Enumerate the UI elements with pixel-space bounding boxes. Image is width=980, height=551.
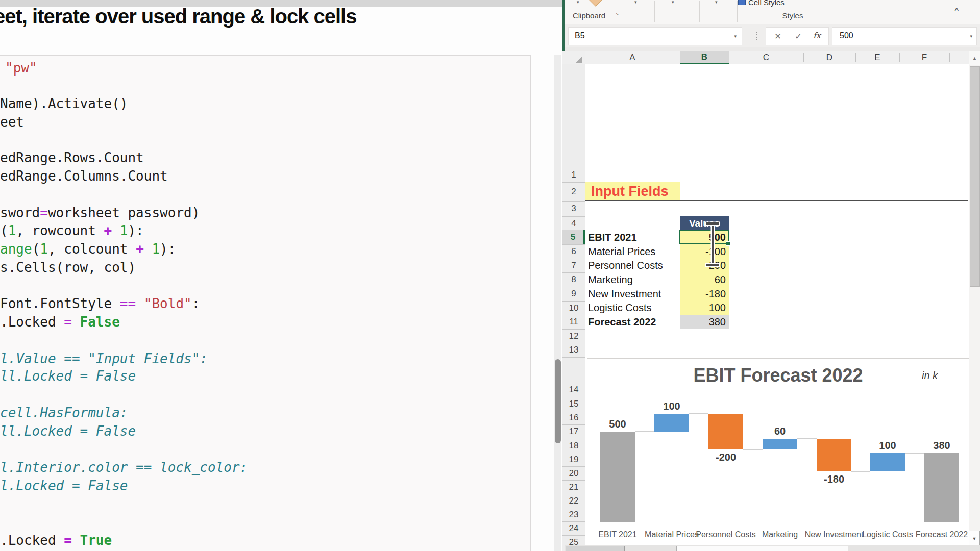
code-line: l.Value == "Input Fields": [0, 350, 208, 367]
code-line: eet [0, 113, 24, 131]
value-cell[interactable]: 100 [680, 301, 729, 315]
value-cell[interactable]: 380 [680, 315, 729, 329]
row-header-13[interactable]: 13 [562, 343, 585, 357]
column-header-C[interactable]: C [729, 51, 803, 64]
select-all-corner[interactable] [562, 51, 585, 65]
code-line: l.Locked = False [0, 477, 128, 494]
row-header-11[interactable]: 11 [562, 315, 585, 329]
cell-a2-input-fields[interactable]: Input Fields [585, 182, 680, 201]
label-cell[interactable]: EBIT 2021 [585, 230, 683, 244]
column-header-A[interactable]: A [585, 51, 680, 64]
cell-b4-values-header[interactable]: Values [680, 216, 729, 230]
chevron-down-icon[interactable]: ▾ [715, 0, 718, 5]
insert-function-button[interactable]: fx [813, 31, 821, 40]
name-box-dropdown-icon[interactable]: ▾ [734, 34, 737, 39]
ebit-chart[interactable]: EBIT Forecast 2022 in k 500EBIT 2021100M… [587, 358, 969, 548]
screen: eet, iterate over used range & lock cell… [0, 0, 980, 551]
waterfall-bar[interactable] [870, 453, 905, 471]
formula-bar-separator [565, 47, 980, 51]
waterfall-bar[interactable] [654, 414, 689, 432]
formula-bar-grip[interactable] [756, 32, 757, 40]
cell-styles-button[interactable]: Cell Styles [737, 0, 793, 7]
column-header-D[interactable]: D [803, 51, 855, 64]
input-fields-title: Input Fields [585, 182, 680, 201]
name-box[interactable]: B5 ▾ [568, 27, 742, 45]
ribbon-divider [914, 1, 914, 22]
row-header-17[interactable]: 17 [562, 424, 585, 439]
column-separator [729, 53, 729, 62]
row-header-22[interactable]: 22 [562, 494, 585, 508]
label-cell[interactable]: Marketing [585, 272, 683, 287]
code-scrollbar-track[interactable] [554, 55, 561, 551]
text-cursor-icon [705, 222, 720, 266]
waterfall-bar[interactable] [763, 439, 797, 449]
ribbon-divider [621, 1, 621, 22]
row-header-3[interactable]: 3 [562, 201, 585, 216]
bar-value-label: 60 [757, 425, 803, 437]
row-header-7[interactable]: 7 [562, 259, 585, 272]
row-header-16[interactable]: 16 [562, 411, 585, 424]
vertical-scrollbar-thumb[interactable] [970, 66, 980, 287]
sheet-tab[interactable] [566, 546, 625, 551]
code-scrollbar-thumb[interactable] [555, 359, 561, 443]
formula-bar-expand-icon[interactable]: ▾ [970, 34, 972, 39]
waterfall-connector [851, 471, 870, 472]
chevron-down-icon[interactable]: ▾ [577, 0, 579, 5]
column-header-F[interactable]: F [899, 51, 949, 64]
fill-handle[interactable] [726, 241, 730, 246]
code-line: edRange.Columns.Count [0, 167, 168, 185]
row-header-21[interactable]: 21 [562, 480, 585, 494]
row-header-19[interactable]: 19 [562, 453, 585, 466]
waterfall-bar[interactable] [924, 453, 959, 522]
row-header-5[interactable]: 5 [562, 230, 585, 244]
row-header-23[interactable]: 23 [562, 508, 585, 521]
row-header-6[interactable]: 6 [562, 244, 585, 259]
row-header-2[interactable]: 2 [562, 182, 585, 201]
column-header-B[interactable]: B [680, 51, 729, 64]
label-cell[interactable]: Material Prices [585, 244, 683, 259]
label-cell[interactable]: Forecast 2022 [585, 315, 683, 329]
chevron-down-icon[interactable]: ▾ [634, 0, 637, 5]
row-header-9[interactable]: 9 [562, 287, 585, 301]
row-header-10[interactable]: 10 [562, 301, 585, 315]
waterfall-bar[interactable] [817, 439, 851, 471]
waterfall-connector [905, 453, 924, 454]
chevron-down-icon[interactable]: ▾ [672, 0, 674, 5]
waterfall-bar[interactable] [708, 414, 743, 450]
scroll-up-button[interactable]: ▲ [969, 51, 980, 65]
code-line: (1, rowcount + 1): [0, 222, 144, 239]
label-cell[interactable]: Personnel Costs [585, 259, 683, 272]
label-cell[interactable]: Logistic Costs [585, 301, 683, 315]
formula-input[interactable]: 500 ▾ [832, 27, 977, 45]
code-line: Font.FontStyle == "Bold": [0, 295, 200, 312]
horizontal-scrollbar-thumb[interactable] [676, 546, 848, 551]
row-header-20[interactable]: 20 [562, 466, 585, 480]
value-cell[interactable]: -100 [680, 244, 729, 259]
row-header-12[interactable]: 12 [562, 329, 585, 343]
row-header-14[interactable]: 14 [562, 383, 585, 397]
formula-buttons-box: ✕ ✓ fx [766, 27, 829, 45]
row-header-18[interactable]: 18 [562, 439, 585, 453]
value-cell[interactable]: -180 [680, 287, 729, 301]
label-cell[interactable]: New Investment [585, 287, 683, 301]
collapse-ribbon-icon[interactable]: ^ [954, 6, 959, 17]
row-header-8[interactable]: 8 [562, 272, 585, 287]
bar-value-label: 380 [919, 440, 965, 452]
bar-value-label: 100 [865, 440, 911, 452]
row-header-4[interactable]: 4 [562, 216, 585, 230]
code-line: ll.Locked = False [0, 422, 136, 440]
cancel-button[interactable]: ✕ [774, 31, 781, 42]
value-cell[interactable]: 60 [680, 272, 729, 287]
clipboard-dialog-launcher-icon[interactable]: ↘ [614, 13, 619, 18]
row-header-15[interactable]: 15 [562, 397, 585, 411]
code-line: cell.HasFormula: [0, 404, 128, 421]
column-header-E[interactable]: E [855, 51, 899, 64]
active-cell-border[interactable] [679, 230, 729, 244]
column-separator [680, 53, 680, 62]
bar-value-label: 100 [649, 400, 695, 412]
value-cell[interactable]: -200 [680, 259, 729, 272]
enter-button[interactable]: ✓ [795, 31, 802, 42]
bar-value-label: -180 [811, 473, 857, 485]
waterfall-bar[interactable] [600, 432, 635, 522]
row-header-1[interactable]: 1 [562, 167, 585, 182]
